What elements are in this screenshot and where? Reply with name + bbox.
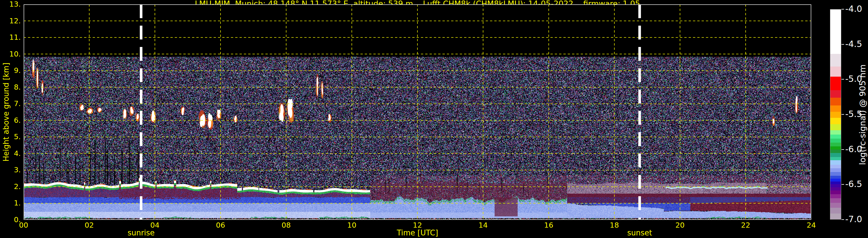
- colorbar-tick-label: -4.0: [845, 4, 868, 14]
- x-tick-label: 08: [273, 221, 299, 229]
- colorbar: [830, 9, 841, 219]
- x-tick-label: 16: [536, 221, 562, 229]
- y-tick-label: 7.: [0, 99, 21, 108]
- x-tick-label: 12: [404, 221, 430, 229]
- y-tick-label: 10.: [0, 50, 21, 58]
- x-tick-label: 18: [601, 221, 627, 229]
- colorbar-tick-mark: [841, 114, 844, 115]
- y-tick-label: 1.: [0, 199, 21, 207]
- colorbar-tick-mark: [841, 149, 844, 150]
- x-tick-label: 02: [76, 221, 102, 229]
- x-tick-label: 22: [733, 221, 758, 229]
- y-axis-label: Height above ground [km]: [2, 40, 10, 184]
- colorbar-label: log(rc-signal) @ 905 nm: [858, 28, 867, 201]
- y-tick-label: 2.: [0, 182, 21, 191]
- sun-event-label-sunset: sunset: [617, 229, 663, 237]
- x-tick-label: 20: [667, 221, 693, 229]
- sun-event-label-sunrise: sunrise: [118, 229, 164, 237]
- y-tick-label: 4.: [0, 149, 21, 158]
- y-tick-label: 11.: [0, 33, 21, 41]
- x-tick-label: 24: [798, 221, 824, 229]
- x-tick-label: 10: [339, 221, 365, 229]
- x-tick-label: 04: [142, 221, 168, 229]
- y-tick-label: 13.: [0, 0, 21, 8]
- colorbar-tick-mark: [841, 219, 844, 220]
- y-tick-label: 0.: [0, 215, 21, 224]
- y-tick-label: 12.: [0, 17, 21, 25]
- y-tick-label: 6.: [0, 116, 21, 124]
- colorbar-tick-mark: [841, 9, 844, 9]
- y-tick-label: 9.: [0, 66, 21, 75]
- colorbar-tick-mark: [841, 184, 844, 185]
- colorbar-tick-mark: [841, 79, 844, 80]
- y-tick-label: 8.: [0, 83, 21, 91]
- x-tick-label: 06: [208, 221, 234, 229]
- ceilometer-heatmap-canvas: [24, 4, 811, 220]
- colorbar-tick-label: -7.0: [845, 214, 868, 224]
- y-tick-label: 5.: [0, 132, 21, 141]
- ceilometer-quicklook-page: { "background_color": "#000000", "text_c…: [0, 0, 868, 238]
- y-tick-label: 3.: [0, 166, 21, 174]
- colorbar-tick-mark: [841, 44, 844, 44]
- x-tick-label: 14: [470, 221, 496, 229]
